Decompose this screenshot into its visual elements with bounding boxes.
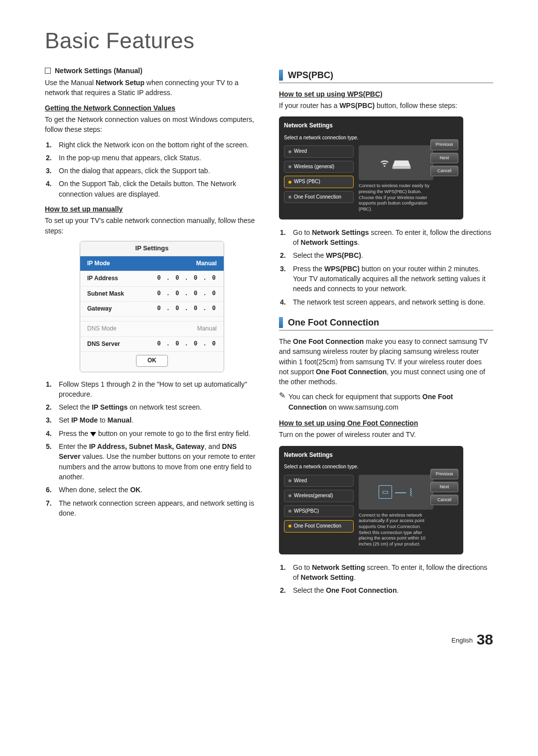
step-item: Press the button on your remote to go to…: [45, 429, 259, 438]
text-bold: OK: [130, 486, 140, 494]
left-column: Network Settings (Manual) Use the Manual…: [45, 66, 259, 599]
ip-value: 0 . 0 . 0 . 0: [157, 274, 217, 283]
step-item: In the pop-up menu that appears, click S…: [45, 153, 259, 163]
wps-section-heading: WPS(PBC): [279, 69, 493, 82]
ip-row-subnet: Subnet Mask 0 . 0 . 0 . 0: [80, 287, 224, 302]
step-item: The network test screen appears, and net…: [279, 297, 493, 307]
text-bold: IP Address, Subnet Mask, Gateway: [89, 442, 205, 450]
footer-lang: English: [451, 637, 473, 644]
step-item: On the dialog that appears, click the Su…: [45, 166, 259, 176]
item-label: Wired: [294, 148, 307, 154]
step-item: Select the One Foot Connection.: [279, 585, 493, 595]
text: .: [358, 238, 360, 246]
connection-type-wps[interactable]: WPS(PBC): [284, 505, 354, 518]
text: button on your remote to go to the first…: [96, 430, 251, 437]
text: The: [279, 337, 293, 345]
text: Select the: [293, 586, 326, 594]
ip-row-dnsmode: DNS Mode Manual: [80, 322, 224, 336]
item-label: One Foot Connection: [294, 194, 341, 200]
manual-setup-intro: To set up your TV's cable network connec…: [45, 216, 259, 236]
text: Press the: [293, 265, 324, 273]
text-bold: One Foot Connection: [316, 368, 387, 376]
step-item: Select the WPS(PBC).: [279, 250, 493, 260]
section-title: One Foot Connection: [288, 316, 379, 329]
item-label: WPS (PBC): [294, 179, 320, 184]
connection-type-onefoot[interactable]: One Foot Connection: [284, 191, 354, 204]
ip-label: Gateway: [87, 305, 112, 313]
step-item: The network connection screen appears, a…: [45, 498, 259, 519]
text: Go to: [293, 228, 312, 236]
text: Select the: [59, 403, 92, 411]
manual-setup-steps: Follow Steps 1 through 2 in the "How to …: [45, 379, 259, 519]
signal-icon: ⦚: [409, 486, 413, 499]
dialog-description: Connect to wireless router easily by pre…: [359, 183, 433, 212]
ip-label: DNS Mode: [87, 324, 117, 333]
next-button[interactable]: Next: [430, 153, 458, 163]
step-item: Press the WPS(PBC) button on your router…: [279, 264, 493, 294]
step-item: Follow Steps 1 through 2 in the "How to …: [45, 379, 259, 400]
step-item: Select the IP Settings on network test s…: [45, 402, 259, 412]
ip-row-gateway: Gateway 0 . 0 . 0 . 0: [80, 302, 224, 317]
text: button, follow these steps:: [375, 102, 457, 109]
router-icon: [390, 155, 413, 170]
text: .: [354, 573, 356, 581]
text: .: [397, 586, 399, 594]
right-column: WPS(PBC) How to set up using WPS(PBC) If…: [279, 66, 493, 599]
cancel-button[interactable]: Cancel: [430, 166, 458, 176]
onefoot-preview: ▭ — ⦚: [359, 475, 433, 510]
text-bold: Network Setting: [301, 573, 354, 581]
text-bold: WPS(PBC): [326, 251, 361, 259]
step-item: On the Support Tab, click the Details bu…: [45, 179, 259, 199]
cancel-button[interactable]: Cancel: [430, 495, 458, 505]
note-icon: ✎: [279, 392, 285, 400]
section-bar-icon: [279, 317, 283, 328]
next-button[interactable]: Next: [430, 482, 458, 492]
ofc-section-heading: One Foot Connection: [279, 316, 493, 329]
text-bold: Manual: [108, 416, 132, 424]
ofc-howto-heading: How to set up using One Foot Connection: [279, 418, 493, 428]
text: .: [361, 251, 363, 259]
text: Select the: [293, 251, 326, 259]
getting-values-heading: Getting the Network Connection Values: [45, 103, 259, 113]
ip-row-dnsserver: DNS Server 0 . 0 . 0 . 0: [80, 337, 224, 352]
text-bold: WPS(PBC): [324, 265, 360, 273]
svg-rect-1: [393, 167, 410, 169]
connection-type-wireless[interactable]: Wireless(general): [284, 490, 354, 502]
connection-type-wps[interactable]: WPS (PBC): [284, 176, 354, 188]
ofc-note: ✎ You can check for equipment that suppo…: [279, 392, 493, 412]
connection-type-wireless[interactable]: Wireless (general): [284, 161, 354, 173]
ip-ok-button[interactable]: OK: [136, 355, 168, 366]
ip-value: 0 . 0 . 0 . 0: [157, 305, 217, 313]
previous-button[interactable]: Previous: [430, 139, 458, 150]
text-bold: One Foot Connection: [293, 337, 364, 345]
ip-row-ipmode: IP Mode Manual: [80, 256, 224, 271]
item-label: Wireless (general): [294, 164, 334, 169]
checkbox-icon: [45, 68, 51, 74]
item-label: One Foot Connection: [294, 523, 341, 529]
previous-button[interactable]: Previous: [430, 469, 458, 479]
network-settings-manual-heading: Network Settings (Manual): [45, 66, 259, 76]
ip-row-address: IP Address 0 . 0 . 0 . 0: [80, 271, 224, 286]
ofc-intro: Turn on the power of wireless router and…: [279, 430, 493, 439]
ip-label: DNS Server: [87, 340, 120, 348]
text: values. Use the number buttons on your r…: [59, 452, 256, 481]
dialog-title: Network Settings: [284, 121, 458, 130]
radio-icon: [288, 181, 291, 184]
connection-type-wired[interactable]: Wired: [284, 145, 354, 158]
text: If your router has a: [279, 102, 339, 109]
manual-setup-heading: How to set up manually: [45, 204, 259, 214]
wifi-icon: [379, 159, 390, 167]
dash-icon: —: [395, 484, 406, 500]
text-bold: Network Settings: [312, 228, 369, 236]
ofc-description: The One Foot Connection make you easy to…: [279, 336, 493, 387]
connection-type-wired[interactable]: Wired: [284, 475, 354, 487]
connection-type-onefoot[interactable]: One Foot Connection: [284, 520, 354, 533]
text-bold: Network Setup: [96, 79, 144, 87]
section-bar-icon: [279, 70, 283, 81]
ip-settings-panel: IP Settings IP Mode Manual IP Address 0 …: [80, 241, 224, 372]
text: , and: [205, 442, 222, 450]
wps-intro: If your router has a WPS(PBC) button, fo…: [279, 101, 493, 110]
text: on network test screen.: [128, 403, 202, 411]
text: Press the: [59, 430, 90, 437]
radio-icon: [288, 510, 291, 513]
